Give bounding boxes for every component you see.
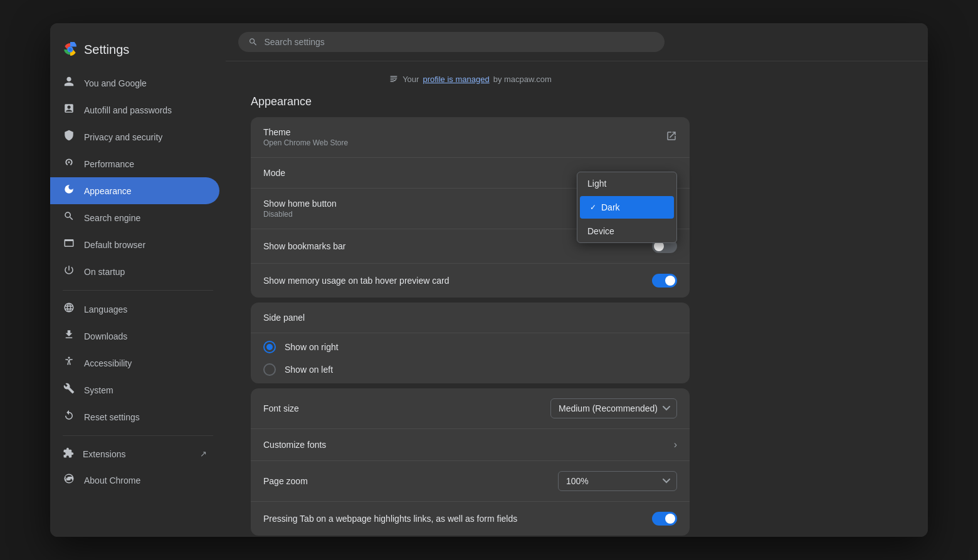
divider-1 — [63, 290, 213, 291]
theme-label: Theme — [263, 127, 348, 137]
show-on-left-radio[interactable] — [263, 363, 276, 376]
languages-icon — [63, 302, 75, 316]
theme-card: Theme Open Chrome Web Store Mode Light — [251, 117, 690, 298]
sidebar-item-downloads[interactable]: Downloads — [50, 323, 219, 350]
toggle-knob — [665, 276, 675, 286]
theme-row: Theme Open Chrome Web Store — [251, 117, 690, 158]
light-option-label: Light — [587, 179, 606, 189]
show-home-button-label: Show home button — [263, 199, 337, 209]
side-panel-options: Show on right Show on left — [251, 333, 690, 383]
tab-highlight-row: Pressing Tab on a webpage highlights lin… — [251, 502, 690, 536]
browser-icon — [63, 237, 75, 252]
dark-option-label: Dark — [601, 202, 620, 212]
svg-point-3 — [68, 357, 70, 359]
device-option-label: Device — [587, 226, 614, 236]
search-input[interactable] — [264, 37, 655, 47]
tab-highlight-toggle[interactable] — [652, 512, 677, 526]
section-title: Appearance — [251, 95, 690, 108]
page-zoom-row: Page zoom 100% 75% 90% 110% 125% — [251, 461, 690, 502]
person-icon — [63, 76, 75, 90]
side-panel-card: Side panel Show on right Show on left — [251, 303, 690, 383]
performance-icon — [63, 157, 75, 171]
font-size-row: Font size Medium (Recommended) Small Lar… — [251, 388, 690, 429]
profile-banner: Your profile is managed by macpaw.com — [251, 74, 690, 84]
search-icon — [248, 37, 258, 47]
sidebar-item-privacy[interactable]: Privacy and security — [50, 123, 219, 150]
sidebar-item-autofill[interactable]: Autofill and passwords — [50, 96, 219, 123]
settings-window: Settings You and Google Autofill and pas… — [50, 23, 928, 537]
system-icon — [63, 383, 75, 397]
show-home-button-sub: Disabled — [263, 210, 337, 219]
checkmark-icon: ✓ — [590, 203, 596, 212]
sidebar-item-you-and-google[interactable]: You and Google — [50, 70, 219, 96]
show-memory-usage-toggle[interactable] — [652, 274, 677, 288]
radio-inner — [266, 344, 273, 350]
sidebar-item-search-engine[interactable]: Search engine — [50, 204, 219, 231]
show-on-right-label: Show on right — [285, 342, 339, 352]
theme-sub: Open Chrome Web Store — [263, 138, 348, 147]
sidebar-item-extensions[interactable]: Extensions ↗ — [50, 441, 219, 467]
profile-link[interactable]: profile is managed — [423, 75, 489, 84]
chrome-icon — [63, 473, 75, 487]
shield-icon — [63, 130, 75, 144]
sidebar-item-appearance[interactable]: Appearance — [50, 177, 219, 204]
show-on-right-row[interactable]: Show on right — [263, 336, 677, 358]
topbar — [226, 23, 928, 61]
sidebar-item-system[interactable]: System — [50, 376, 219, 403]
profile-prefix: Your — [402, 75, 419, 84]
theme-external-link-icon[interactable] — [666, 130, 677, 144]
sidebar-item-performance[interactable]: Performance — [50, 150, 219, 177]
sidebar-item-about-chrome[interactable]: About Chrome — [50, 467, 219, 494]
mode-option-light[interactable]: Light — [577, 172, 676, 195]
mode-row: Mode Light ✓ Dark Device — [251, 158, 690, 189]
mode-dropdown[interactable]: Light ✓ Dark Device — [577, 172, 677, 243]
font-size-select[interactable]: Medium (Recommended) Small Large Very La… — [550, 398, 677, 418]
managed-icon — [389, 74, 399, 84]
mode-option-device[interactable]: Device — [577, 220, 676, 242]
show-on-right-radio[interactable] — [263, 341, 276, 353]
chrome-logo-icon — [63, 42, 78, 57]
sidebar: Settings You and Google Autofill and pas… — [50, 23, 226, 537]
chevron-right-icon: › — [674, 439, 677, 450]
sidebar-item-accessibility[interactable]: Accessibility — [50, 350, 219, 376]
side-panel-label: Side panel — [263, 313, 305, 323]
show-bookmarks-bar-label: Show bookmarks bar — [263, 241, 346, 251]
accessibility-icon — [63, 356, 75, 370]
show-on-left-row[interactable]: Show on left — [263, 358, 677, 381]
startup-icon — [63, 264, 75, 279]
main-content: Your profile is managed by macpaw.com Ap… — [226, 23, 928, 537]
content-area: Your profile is managed by macpaw.com Ap… — [226, 61, 715, 537]
autofill-icon — [63, 103, 75, 117]
sidebar-item-languages[interactable]: Languages — [50, 296, 219, 323]
font-zoom-card: Font size Medium (Recommended) Small Lar… — [251, 388, 690, 536]
downloads-icon — [63, 329, 75, 343]
search-box[interactable] — [238, 32, 665, 52]
show-memory-usage-label: Show memory usage on tab hover preview c… — [263, 276, 449, 286]
show-on-left-label: Show on left — [285, 365, 333, 375]
customize-fonts-label: Customize fonts — [263, 440, 326, 450]
customize-fonts-row[interactable]: Customize fonts › — [251, 429, 690, 461]
page-zoom-label: Page zoom — [263, 476, 308, 486]
search-engine-icon — [63, 210, 75, 225]
svg-point-2 — [69, 48, 72, 51]
sidebar-item-default-browser[interactable]: Default browser — [50, 231, 219, 258]
mode-option-dark[interactable]: ✓ Dark — [580, 196, 674, 219]
settings-title: Settings — [50, 36, 226, 70]
side-panel-header: Side panel — [251, 303, 690, 333]
appearance-icon — [63, 184, 75, 198]
sidebar-item-on-startup[interactable]: On startup — [50, 258, 219, 285]
extensions-icon — [63, 447, 74, 460]
sidebar-item-reset[interactable]: Reset settings — [50, 403, 219, 430]
toggle-knob — [665, 514, 675, 524]
show-memory-usage-row: Show memory usage on tab hover preview c… — [251, 264, 690, 298]
tab-highlight-label: Pressing Tab on a webpage highlights lin… — [263, 514, 517, 524]
font-size-label: Font size — [263, 403, 299, 413]
divider-2 — [63, 435, 213, 436]
page-zoom-select[interactable]: 100% 75% 90% 110% 125% — [558, 471, 677, 491]
profile-suffix: by macpaw.com — [493, 75, 552, 84]
reset-icon — [63, 410, 75, 424]
external-link-icon: ↗ — [200, 449, 207, 459]
mode-label: Mode — [263, 168, 285, 178]
